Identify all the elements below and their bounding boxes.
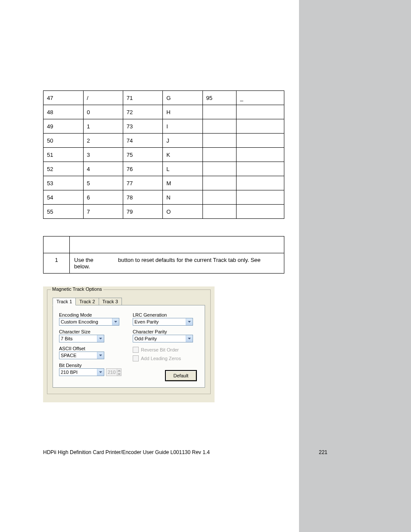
table-cell [202, 176, 237, 190]
step-table: 1 Use the button to reset defaults for t… [43, 236, 284, 274]
default-button[interactable]: Default [165, 370, 197, 381]
magnetic-track-groupbox: Magnetic Track Options Track 1 Track 2 T… [47, 289, 211, 394]
svg-marker-2 [99, 355, 102, 356]
table-cell: 95 [202, 91, 237, 105]
tab-track-1[interactable]: Track 1 [53, 298, 76, 305]
checkbox-box-icon [133, 347, 139, 353]
table-cell [237, 190, 284, 205]
magnetic-track-dialog: Magnetic Track Options Track 1 Track 2 T… [43, 286, 215, 402]
combo-character-parity[interactable]: Odd Parity [133, 335, 193, 342]
step-text: Use the button to reset defaults for the… [70, 253, 284, 274]
table-cell: 72 [123, 105, 163, 119]
table-cell [237, 205, 284, 219]
chevron-down-icon [97, 335, 104, 342]
spinner-up-icon [117, 369, 121, 372]
chevron-down-icon [186, 335, 193, 342]
table-row: 53577M [44, 176, 284, 190]
tab-track-2[interactable]: Track 2 [75, 298, 99, 305]
table-cell: 75 [123, 148, 163, 162]
svg-marker-4 [118, 370, 121, 371]
table-cell: J [163, 134, 202, 148]
checkbox-box-icon [133, 355, 139, 361]
table-cell [237, 105, 284, 119]
table-row: 52476L [44, 162, 284, 176]
table-row: 55779O [44, 205, 284, 219]
chevron-down-icon [186, 318, 193, 325]
table-cell [202, 205, 237, 219]
spinner-down-icon [117, 372, 121, 376]
table-cell: 48 [44, 105, 84, 119]
table-cell: I [163, 119, 202, 134]
table-cell: O [163, 205, 202, 219]
table-cell: 77 [123, 176, 163, 190]
table-cell: L [163, 162, 202, 176]
table-cell: 6 [83, 190, 123, 205]
svg-marker-6 [188, 321, 191, 323]
chevron-down-icon [112, 318, 119, 325]
table-cell [202, 134, 237, 148]
label-character-size: Character Size [59, 329, 125, 334]
table-cell: 2 [83, 134, 123, 148]
table-cell [237, 134, 284, 148]
table-cell [237, 148, 284, 162]
chevron-down-icon [97, 352, 104, 359]
table-cell: 51 [44, 148, 84, 162]
ascii-table: 47/71G95_48072H49173I50274J51375K52476L5… [43, 90, 284, 219]
label-bit-density: Bit Density [59, 363, 125, 368]
table-cell: K [163, 148, 202, 162]
checkbox-add-leading-zeros: Add Leading Zeros [133, 355, 199, 361]
combo-character-size[interactable]: 7 Bits [59, 335, 104, 342]
table-cell: 76 [123, 162, 163, 176]
table-cell [202, 119, 237, 134]
tab-strip: Track 1 Track 2 Track 3 [53, 298, 205, 305]
page-content: 47/71G95_48072H49173I50274J51375K52476L5… [43, 90, 284, 402]
table-cell: 74 [123, 134, 163, 148]
table-cell [202, 105, 237, 119]
combo-encoding-mode[interactable]: Custom Encoding [59, 318, 119, 326]
groupbox-title: Magnetic Track Options [51, 286, 103, 292]
table-cell: 0 [83, 105, 123, 119]
table-cell: N [163, 190, 202, 205]
table-cell: H [163, 105, 202, 119]
table-cell: 1 [83, 119, 123, 134]
svg-marker-0 [114, 321, 117, 323]
svg-marker-7 [188, 338, 191, 339]
table-cell [202, 148, 237, 162]
table-cell: 73 [123, 119, 163, 134]
step-number: 1 [44, 253, 70, 274]
tab-track-3[interactable]: Track 3 [99, 298, 122, 305]
table-cell: 5 [83, 176, 123, 190]
label-ascii-offset: ASCII Offset [59, 346, 125, 351]
combo-lrc-generation[interactable]: Even Parity [133, 318, 193, 326]
tab-pane: Encoding Mode Custom Encoding Character … [53, 305, 205, 388]
table-cell: M [163, 176, 202, 190]
combo-bit-density[interactable]: 210 BPI [59, 368, 104, 376]
table-cell: G [163, 91, 202, 105]
checkbox-reverse-bit-order: Reverse Bit Order [133, 347, 199, 353]
table-cell: 79 [123, 205, 163, 219]
footer-text: HDPii High Definition Card Printer/Encod… [43, 449, 210, 455]
table-row: 51375K [44, 148, 284, 162]
page-footer: HDPii High Definition Card Printer/Encod… [43, 449, 327, 455]
label-lrc-generation: LRC Generation [133, 312, 199, 317]
table-cell: 53 [44, 176, 84, 190]
svg-marker-5 [118, 373, 121, 375]
table-cell: 4 [83, 162, 123, 176]
svg-marker-1 [99, 338, 102, 339]
table-row: 50274J [44, 134, 284, 148]
table-cell: 3 [83, 148, 123, 162]
table-row: 48072H [44, 105, 284, 119]
table-cell [202, 190, 237, 205]
combo-ascii-offset[interactable]: SPACE [59, 352, 104, 359]
table-cell: 7 [83, 205, 123, 219]
table-cell [237, 176, 284, 190]
table-cell: 78 [123, 190, 163, 205]
table-cell [202, 162, 237, 176]
table-row: 47/71G95_ [44, 91, 284, 105]
page-number: 221 [319, 449, 327, 455]
table-cell: 47 [44, 91, 84, 105]
table-cell: 71 [123, 91, 163, 105]
table-row: 54678N [44, 190, 284, 205]
label-encoding-mode: Encoding Mode [59, 312, 125, 317]
table-cell: 52 [44, 162, 84, 176]
